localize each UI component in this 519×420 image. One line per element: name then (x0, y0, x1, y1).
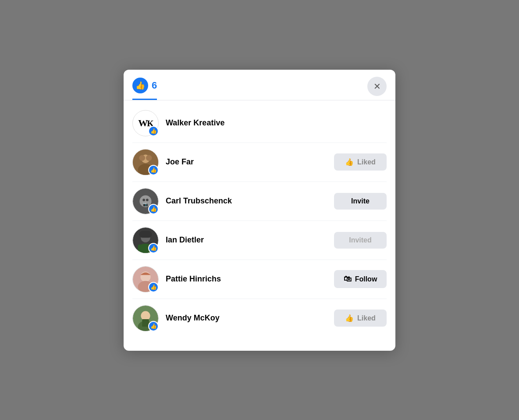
list-item: 👍 Wendy McKoy 👍 Liked (132, 299, 387, 338)
avatar-wrap: 👍 (132, 266, 159, 292)
avatar-wrap: 👍 (132, 305, 159, 331)
svg-point-8 (146, 199, 149, 201)
liked-button[interactable]: 👍 Liked (334, 153, 387, 171)
avatar-wrap: WK 👍 (132, 110, 159, 136)
person-name: Joe Far (166, 157, 334, 167)
invite-button[interactable]: Invite (334, 193, 387, 210)
follow-button[interactable]: 🛍 Follow (334, 270, 387, 288)
follow-label: Follow (355, 275, 377, 283)
liked-label: Liked (357, 158, 376, 166)
invited-button[interactable]: Invited (334, 232, 387, 249)
thumb-icon: 👍 (345, 158, 354, 166)
list-item: 📷 👍 Carl Trubschenck Invite (132, 182, 387, 221)
people-list: WK 👍 Walker Kreative 👍 (124, 100, 395, 338)
like-badge: 👍 (148, 126, 159, 136)
person-name: Walker Kreative (166, 118, 387, 128)
invite-label: Invite (351, 197, 370, 205)
svg-point-7 (142, 199, 145, 201)
avatar-wrap: 📷 👍 (132, 188, 159, 214)
liked-button[interactable]: 👍 Liked (334, 310, 387, 327)
like-badge: 👍 (148, 204, 159, 214)
svg-point-4 (146, 155, 152, 161)
follow-bag-icon: 🛍 (344, 274, 352, 284)
svg-point-3 (139, 155, 146, 161)
list-item: 👍 Pattie Hinrichs 🛍 Follow (132, 260, 387, 299)
svg-rect-14 (139, 231, 152, 237)
modal-header: 👍 6 ✕ (124, 70, 395, 100)
list-item: 👍 Ian Dietler Invited (132, 221, 387, 260)
person-name: Carl Trubschenck (166, 196, 334, 206)
avatar-wrap: 👍 (132, 149, 159, 175)
svg-text:📷: 📷 (143, 201, 149, 206)
thumb-icon: 👍 (345, 314, 354, 322)
like-badge: 👍 (148, 165, 159, 175)
person-name: Ian Dietler (166, 235, 334, 245)
close-button[interactable]: ✕ (367, 77, 387, 96)
like-badge: 👍 (148, 243, 159, 253)
like-count: 6 (152, 80, 157, 91)
svg-point-19 (141, 311, 150, 320)
close-icon: ✕ (373, 81, 381, 92)
person-name: Pattie Hinrichs (166, 274, 334, 284)
liked-label: Liked (357, 314, 376, 322)
list-item: 👍 Joe Far 👍 Liked (132, 143, 387, 182)
reactions-modal: 👍 6 ✕ WK 👍 Walker Kreative (124, 70, 395, 351)
list-item: WK 👍 Walker Kreative (132, 104, 387, 143)
like-badge: 👍 (148, 282, 159, 292)
invited-label: Invited (349, 236, 372, 244)
likes-tab[interactable]: 👍 6 (132, 78, 157, 100)
avatar-wrap: 👍 (132, 227, 159, 253)
like-tab-icon: 👍 (132, 78, 148, 93)
person-name: Wendy McKoy (166, 313, 334, 323)
like-badge: 👍 (148, 321, 159, 331)
